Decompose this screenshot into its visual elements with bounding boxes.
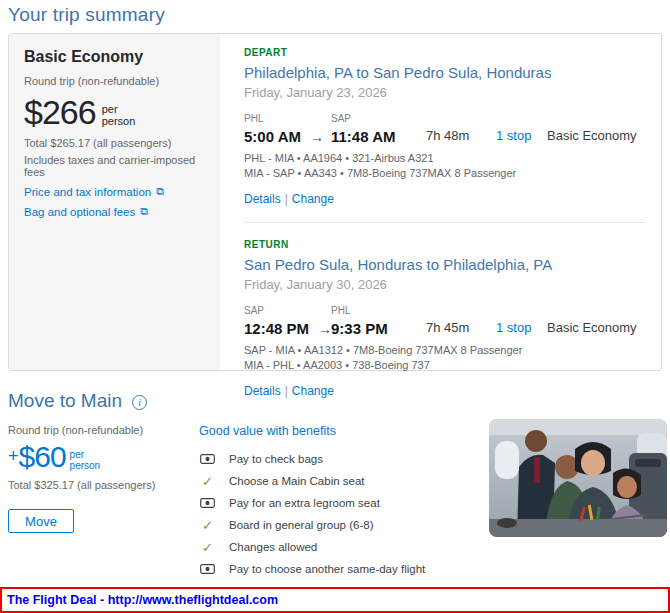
cabin-photo — [489, 419, 667, 537]
flight-divider — [244, 222, 645, 223]
return-change-link[interactable]: Change — [292, 384, 334, 398]
external-link-icon: ⧉ — [140, 205, 148, 218]
flight-deal-link[interactable]: The Flight Deal - http://www.theflightde… — [2, 593, 278, 607]
depart-time: 12:48 PM — [244, 320, 309, 337]
upgrade-price-column: Round trip (non-refundable) + $60 per pe… — [8, 424, 190, 533]
depart-time: 5:00 AM — [244, 128, 301, 145]
banknote-icon — [199, 454, 216, 464]
external-link-icon: ⧉ — [156, 185, 164, 198]
info-icon[interactable]: i — [132, 395, 147, 410]
benefit-row: Pay for an extra legroom seat — [199, 492, 489, 514]
flight-duration: 7h 48m — [426, 113, 496, 145]
check-icon: ✓ — [199, 540, 216, 555]
return-time-row: SAP 12:48 PM → PHL 9:33 PM 7h 45m 1 stop… — [244, 305, 645, 337]
arrive-time: 9:33 PM — [331, 320, 426, 337]
origin-code: SAP — [244, 305, 331, 316]
return-route-title: San Pedro Sula, Honduras to Philadelphia… — [244, 256, 645, 273]
upgrade-trip-type: Round trip (non-refundable) — [8, 424, 190, 436]
upgrade-price: + $60 per person — [8, 442, 190, 472]
benefit-row: ✓ Changes allowed — [199, 536, 489, 558]
link-separator: | — [285, 192, 288, 206]
upgrade-price-unit: per person — [70, 449, 101, 471]
fare-panel: Basic Economy Round trip (non-refundable… — [9, 34, 220, 370]
link-separator: | — [285, 384, 288, 398]
fare-name: Basic Economy — [24, 48, 205, 66]
cabin-type: Basic Economy — [547, 305, 645, 337]
depart-date: Friday, January 23, 2026 — [244, 85, 645, 100]
benefit-row: Pay to check bags — [199, 448, 489, 470]
depart-details-link[interactable]: Details — [244, 192, 281, 206]
return-flight-block: RETURN San Pedro Sula, Honduras to Phila… — [244, 238, 645, 398]
arrive-time: 11:48 AM — [331, 128, 426, 145]
flight-deal-banner: The Flight Deal - http://www.theflightde… — [0, 587, 670, 613]
move-button[interactable]: Move — [8, 509, 74, 533]
flight-duration: 7h 45m — [426, 305, 496, 337]
trip-summary-card: Basic Economy Round trip (non-refundable… — [8, 33, 662, 371]
depart-time-row: PHL 5:00 AM → SAP 11:48 AM 7h 48m 1 stop… — [244, 113, 645, 145]
return-details-link[interactable]: Details — [244, 384, 281, 398]
banknote-icon — [199, 564, 216, 574]
price-tax-info-link[interactable]: Price and tax information ⧉ — [24, 185, 205, 198]
arrow-right-icon: → — [310, 129, 324, 145]
origin-code: PHL — [244, 113, 331, 124]
fare-total: Total $265.17 (all passengers) — [24, 137, 205, 149]
fare-price-amount: $266 — [24, 95, 96, 129]
return-label: RETURN — [244, 239, 645, 250]
stops-link[interactable]: 1 stop — [496, 320, 531, 335]
benefit-row: Pay to choose another same-day flight — [199, 558, 489, 580]
flights-panel: DEPART Philadelphia, PA to San Pedro Sul… — [220, 34, 661, 370]
stops-link[interactable]: 1 stop — [496, 128, 531, 143]
depart-route-title: Philadelphia, PA to San Pedro Sula, Hond… — [244, 64, 645, 81]
cabin-type: Basic Economy — [547, 113, 645, 145]
depart-flight-block: DEPART Philadelphia, PA to San Pedro Sul… — [244, 46, 645, 206]
benefits-list: Good value with benefits Pay to check ba… — [199, 424, 489, 602]
benefits-title: Good value with benefits — [199, 424, 489, 438]
segment-line: SAP - MIA • AA1312 • 7M8-Boeing 737MAX 8… — [244, 344, 645, 356]
fare-price: $266 per person — [24, 95, 205, 129]
segment-line: MIA - SAP • AA343 • 7M8-Boeing 737MAX 8 … — [244, 167, 645, 179]
upgrade-price-amount: $60 — [19, 442, 66, 472]
return-segments: SAP - MIA • AA1312 • 7M8-Boeing 737MAX 8… — [244, 344, 645, 371]
destination-code: PHL — [331, 305, 426, 316]
destination-code: SAP — [331, 113, 426, 124]
check-icon: ✓ — [199, 518, 216, 533]
fare-price-unit: per person — [102, 103, 136, 127]
check-icon: ✓ — [199, 474, 216, 489]
upgrade-total: Total $325.17 (all passengers) — [8, 479, 190, 491]
fare-trip-type: Round trip (non-refundable) — [24, 75, 205, 87]
depart-change-link[interactable]: Change — [292, 192, 334, 206]
move-to-main-heading: Move to Main i — [8, 390, 147, 412]
benefit-row: ✓ Board in general group (6-8) — [199, 514, 489, 536]
bag-optional-fees-link[interactable]: Bag and optional fees ⧉ — [24, 205, 205, 218]
segment-line: PHL - MIA • AA1964 • 321-Airbus A321 — [244, 152, 645, 164]
plus-sign: + — [8, 446, 19, 467]
return-date: Friday, January 30, 2026 — [244, 277, 645, 292]
depart-label: DEPART — [244, 47, 645, 58]
fare-includes-note: Includes taxes and carrier-imposed fees — [24, 154, 205, 178]
banknote-icon — [199, 498, 216, 508]
arrow-right-icon: → — [318, 321, 332, 337]
page-title: Your trip summary — [8, 4, 165, 26]
depart-segments: PHL - MIA • AA1964 • 321-Airbus A321 MIA… — [244, 152, 645, 179]
segment-line: MIA - PHL • AA2003 • 738-Boeing 737 — [244, 359, 645, 371]
benefit-row: ✓ Choose a Main Cabin seat — [199, 470, 489, 492]
